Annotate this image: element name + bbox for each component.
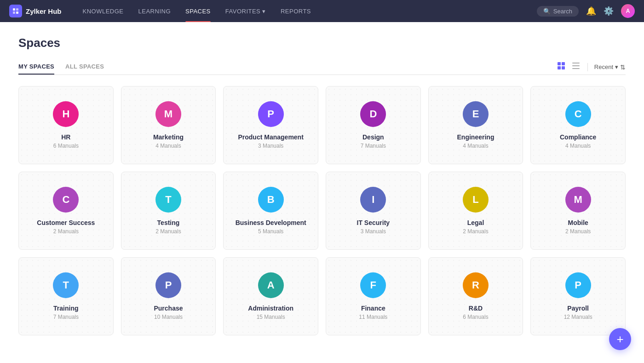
space-avatar: F xyxy=(360,272,386,298)
space-avatar: D xyxy=(360,101,386,127)
space-card[interactable]: RR&D6 Manuals xyxy=(428,257,523,335)
space-card[interactable]: HHR6 Manuals xyxy=(18,86,114,164)
tab-myspaces[interactable]: MY SPACES xyxy=(18,59,54,75)
space-card[interactable]: MMarketing4 Manuals xyxy=(121,86,216,164)
space-count: 3 Manuals xyxy=(361,228,386,235)
space-card[interactable]: LLegal2 Manuals xyxy=(428,172,523,250)
svg-rect-4 xyxy=(558,62,561,65)
space-count: 5 Manuals xyxy=(258,228,283,235)
svg-rect-1 xyxy=(16,8,18,11)
nav-link-reports[interactable]: REPORTS xyxy=(273,0,318,22)
space-card[interactable]: MMobile2 Manuals xyxy=(530,172,626,250)
tab-allspaces[interactable]: ALL SPACES xyxy=(65,59,104,75)
settings-icon[interactable]: ⚙️ xyxy=(604,6,614,16)
sort-arrow-icon: ▾ xyxy=(615,63,618,70)
space-avatar: P xyxy=(258,101,284,127)
space-card[interactable]: FFinance11 Manuals xyxy=(326,257,421,335)
space-avatar: M xyxy=(565,187,591,213)
space-name: HR xyxy=(61,133,70,141)
tabs-left: MY SPACESALL SPACES xyxy=(18,59,556,75)
search-bar[interactable]: 🔍 Search xyxy=(537,6,579,17)
space-count: 4 Manuals xyxy=(463,143,488,149)
space-avatar: B xyxy=(258,187,284,213)
space-name: Purchase xyxy=(154,305,183,312)
space-card[interactable]: CCompliance4 Manuals xyxy=(530,86,626,164)
space-name: Administration xyxy=(248,305,293,312)
space-count: 4 Manuals xyxy=(155,143,181,149)
space-card[interactable]: TTesting2 Manuals xyxy=(121,172,216,250)
space-avatar: T xyxy=(53,272,79,298)
space-count: 6 Manuals xyxy=(53,143,79,149)
space-count: 2 Manuals xyxy=(53,228,79,235)
space-card[interactable]: PPurchase10 Manuals xyxy=(121,257,216,335)
space-name: Design xyxy=(362,133,384,141)
list-view-icon[interactable] xyxy=(571,61,581,73)
app-name: Zylker Hub xyxy=(26,7,62,15)
sort-label: Recent xyxy=(594,63,613,70)
space-avatar: C xyxy=(565,101,591,127)
space-name: Marketing xyxy=(153,133,184,141)
svg-rect-6 xyxy=(558,66,561,69)
nav-right: 🔍 Search 🔔 ⚙️ A xyxy=(537,4,635,18)
space-count: 15 Manuals xyxy=(257,314,285,320)
space-card[interactable]: DDesign7 Manuals xyxy=(326,86,421,164)
space-avatar: H xyxy=(53,101,79,127)
space-avatar: P xyxy=(155,272,181,298)
space-name: Compliance xyxy=(560,133,596,141)
nav-link-learning[interactable]: LEARNING xyxy=(131,0,178,22)
app-logo[interactable]: Zylker Hub xyxy=(9,5,62,17)
svg-rect-9 xyxy=(572,65,580,66)
space-card[interactable]: IIT Security3 Manuals xyxy=(326,172,421,250)
nav-link-spaces[interactable]: SPACES xyxy=(178,0,218,22)
notifications-icon[interactable]: 🔔 xyxy=(586,6,596,16)
space-avatar: P xyxy=(565,272,591,298)
add-space-button[interactable]: + xyxy=(609,328,631,350)
svg-rect-7 xyxy=(562,66,565,69)
svg-rect-3 xyxy=(16,12,18,14)
tabs-row: MY SPACESALL SPACES Recent xyxy=(18,59,626,75)
main-content: Spaces MY SPACESALL SPACES xyxy=(0,22,644,363)
search-icon: 🔍 xyxy=(543,8,551,15)
space-count: 12 Manuals xyxy=(564,314,592,320)
svg-rect-0 xyxy=(13,8,15,11)
space-name: Customer Success xyxy=(37,219,95,226)
logo-icon xyxy=(9,5,22,17)
space-card[interactable]: EEngineering4 Manuals xyxy=(428,86,523,164)
space-card[interactable]: BBusiness Development5 Manuals xyxy=(223,172,318,250)
nav-links: KNOWLEDGELEARNINGSPACESFAVORITES ▾REPORT… xyxy=(75,0,537,22)
grid-view-icon[interactable] xyxy=(556,61,566,73)
navbar: Zylker Hub KNOWLEDGELEARNINGSPACESFAVORI… xyxy=(0,0,644,22)
space-avatar: I xyxy=(360,187,386,213)
space-card[interactable]: AAdministration15 Manuals xyxy=(223,257,318,335)
avatar[interactable]: A xyxy=(621,4,635,18)
space-name: Product Management xyxy=(238,133,303,141)
space-count: 3 Manuals xyxy=(258,143,283,149)
nav-link-knowledge[interactable]: KNOWLEDGE xyxy=(75,0,131,22)
svg-rect-10 xyxy=(572,68,580,69)
sort-button[interactable]: Recent ▾ ⇅ xyxy=(594,63,626,71)
space-name: Legal xyxy=(467,219,484,226)
space-avatar: R xyxy=(463,272,489,298)
svg-rect-8 xyxy=(572,63,580,63)
space-avatar: L xyxy=(463,187,489,213)
nav-link-favorites[interactable]: FAVORITES ▾ xyxy=(218,0,273,22)
space-card[interactable]: PProduct Management3 Manuals xyxy=(223,86,318,164)
search-label: Search xyxy=(553,8,572,15)
space-count: 6 Manuals xyxy=(463,314,488,320)
space-avatar: T xyxy=(155,187,181,213)
space-name: Engineering xyxy=(457,133,494,141)
space-name: IT Security xyxy=(357,219,390,226)
space-card[interactable]: TTraining7 Manuals xyxy=(18,257,114,335)
space-count: 2 Manuals xyxy=(565,228,591,235)
space-name: Training xyxy=(53,305,78,312)
space-card[interactable]: PPayroll12 Manuals xyxy=(530,257,626,335)
space-card[interactable]: CCustomer Success2 Manuals xyxy=(18,172,114,250)
space-count: 4 Manuals xyxy=(565,143,591,149)
svg-rect-2 xyxy=(13,12,15,14)
svg-rect-5 xyxy=(562,62,565,65)
space-count: 2 Manuals xyxy=(463,228,488,235)
space-count: 2 Manuals xyxy=(155,228,181,235)
page-title: Spaces xyxy=(18,36,626,50)
space-avatar: M xyxy=(155,101,181,127)
space-name: Business Development xyxy=(236,219,306,226)
